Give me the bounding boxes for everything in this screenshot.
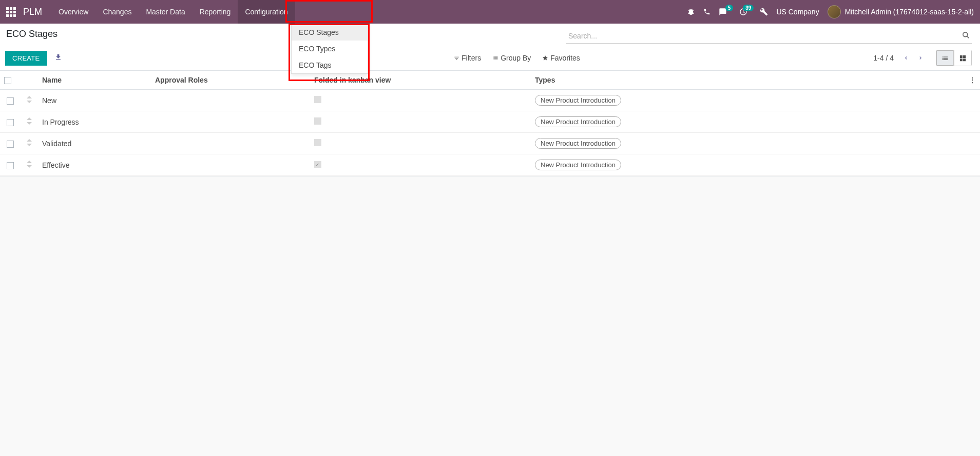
user-name: Mitchell Admin (17674012-saas-15-2-all)	[845, 8, 974, 16]
table-row[interactable]: EffectiveNew Product Introduction	[0, 154, 980, 176]
search-input[interactable]	[566, 29, 960, 43]
app-brand[interactable]: PLM	[23, 7, 42, 17]
messages-icon[interactable]: 5	[719, 8, 727, 16]
pager-next[interactable]	[913, 51, 928, 65]
svg-marker-4	[27, 117, 32, 120]
export-button[interactable]	[51, 50, 65, 66]
dropdown-item-eco-types[interactable]: ECO Types	[292, 41, 368, 57]
groupby-button[interactable]: Group By	[492, 54, 531, 62]
user-menu[interactable]: Mitchell Admin (17674012-saas-15-2-all)	[828, 5, 974, 18]
favorites-label: Favorites	[550, 54, 580, 62]
nav-item-overview[interactable]: Overview	[51, 0, 95, 24]
navbar: PLM Overview Changes Master Data Reporti…	[0, 0, 980, 24]
columns-menu-icon[interactable]: ⋮	[969, 76, 976, 84]
table-row[interactable]: ValidatedNew Product Introduction	[0, 133, 980, 154]
dropdown-item-eco-stages[interactable]: ECO Stages	[292, 24, 368, 41]
cell-types: New Product Introduction	[531, 154, 965, 176]
header-approval[interactable]: Approval Roles	[151, 71, 310, 90]
folded-checkbox[interactable]	[314, 96, 321, 103]
drag-handle-icon[interactable]	[27, 161, 32, 169]
svg-marker-3	[27, 101, 32, 103]
nav-item-reporting[interactable]: Reporting	[193, 0, 238, 24]
page-title: ECO Stages	[5, 29, 57, 39]
configuration-dropdown: ECO Stages ECO Types ECO Tags	[291, 24, 368, 74]
cell-types: New Product Introduction	[531, 111, 965, 133]
search-icon[interactable]	[960, 31, 972, 41]
cell-folded	[310, 111, 531, 133]
view-kanban-button[interactable]	[954, 50, 971, 66]
table-row[interactable]: NewNew Product Introduction	[0, 90, 980, 111]
svg-point-0	[963, 32, 968, 37]
svg-marker-7	[27, 144, 32, 146]
cell-folded	[310, 133, 531, 154]
create-button[interactable]: CREATE	[5, 51, 47, 66]
header-name[interactable]: Name	[38, 71, 151, 90]
cell-name: Validated	[38, 133, 151, 154]
search-container	[566, 29, 972, 44]
type-tag[interactable]: New Product Introduction	[535, 95, 621, 106]
svg-marker-6	[27, 139, 32, 142]
favorites-button[interactable]: Favorites	[542, 54, 580, 62]
folded-checkbox[interactable]	[314, 117, 321, 125]
type-tag[interactable]: New Product Introduction	[535, 116, 621, 127]
select-all-checkbox[interactable]	[4, 77, 11, 84]
folded-checkbox[interactable]	[314, 161, 321, 168]
cell-folded	[310, 154, 531, 176]
svg-line-1	[967, 36, 969, 38]
nav-item-masterdata[interactable]: Master Data	[139, 0, 192, 24]
cell-approval	[151, 111, 310, 133]
avatar	[828, 5, 841, 18]
messages-badge: 5	[725, 5, 734, 11]
tools-icon[interactable]	[760, 8, 768, 16]
pager-text[interactable]: 1-4 / 4	[873, 54, 894, 62]
nav-item-changes[interactable]: Changes	[95, 0, 139, 24]
drag-handle-icon[interactable]	[27, 140, 32, 148]
header-types[interactable]: Types	[531, 71, 965, 90]
svg-marker-5	[27, 122, 32, 125]
view-switcher	[936, 50, 972, 66]
row-checkbox[interactable]	[7, 162, 14, 169]
activities-badge: 39	[743, 5, 754, 11]
activities-icon[interactable]: 39	[739, 8, 747, 16]
cell-approval	[151, 154, 310, 176]
row-checkbox[interactable]	[7, 97, 14, 105]
cell-name: In Progress	[38, 111, 151, 133]
company-selector[interactable]: US Company	[776, 8, 819, 16]
svg-marker-9	[27, 165, 32, 168]
bug-icon[interactable]	[687, 8, 695, 16]
drag-handle-icon[interactable]	[27, 118, 32, 126]
groupby-label: Group By	[501, 54, 531, 62]
list-table: Name Approval Roles Folded in kanban vie…	[0, 71, 980, 176]
view-list-button[interactable]	[936, 50, 954, 66]
svg-marker-8	[27, 161, 32, 163]
cell-approval	[151, 133, 310, 154]
cell-approval	[151, 90, 310, 111]
dropdown-item-eco-tags[interactable]: ECO Tags	[292, 57, 368, 73]
svg-marker-2	[27, 96, 32, 98]
navbar-right: 5 39 US Company Mitchell Admin (17674012…	[687, 5, 974, 18]
cell-types: New Product Introduction	[531, 133, 965, 154]
cell-name: New	[38, 90, 151, 111]
folded-checkbox[interactable]	[314, 139, 321, 146]
filters-button[interactable]: Filters	[454, 54, 481, 62]
table-row[interactable]: In ProgressNew Product Introduction	[0, 111, 980, 133]
pager-prev[interactable]	[899, 51, 913, 65]
row-checkbox[interactable]	[7, 141, 14, 148]
phone-icon[interactable]	[703, 8, 710, 15]
cell-types: New Product Introduction	[531, 90, 965, 111]
type-tag[interactable]: New Product Introduction	[535, 138, 621, 149]
row-checkbox[interactable]	[7, 119, 14, 126]
cell-name: Effective	[38, 154, 151, 176]
pager: 1-4 / 4	[873, 51, 928, 65]
nav-item-configuration[interactable]: Configuration	[238, 0, 295, 24]
type-tag[interactable]: New Product Introduction	[535, 160, 621, 170]
drag-handle-icon[interactable]	[27, 96, 32, 105]
apps-icon[interactable]	[6, 7, 16, 17]
filters-label: Filters	[462, 54, 481, 62]
nav-menu: Overview Changes Master Data Reporting C…	[51, 0, 295, 24]
cell-folded	[310, 90, 531, 111]
control-panel: ECO Stages CREATE Filters Group By	[0, 24, 980, 71]
